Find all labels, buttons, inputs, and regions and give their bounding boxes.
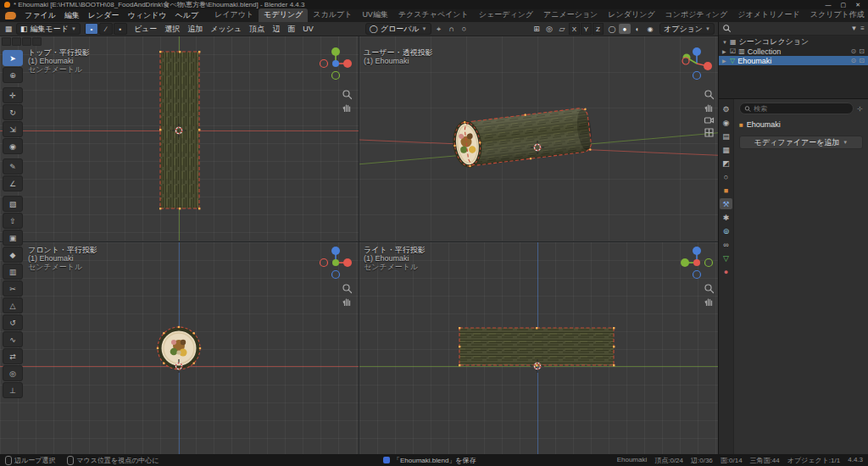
snap-magnet-icon[interactable]: ∩ xyxy=(446,24,458,34)
workspace-texture-paint[interactable]: テクスチャペイント xyxy=(393,8,474,22)
face-select-button[interactable]: ▪ xyxy=(114,23,127,35)
outliner-row-collection[interactable]: ▶ ☑ ▥ Collection ⊙ ⊡ xyxy=(719,47,868,56)
tab-scene[interactable]: ◩ xyxy=(720,158,732,169)
toggle-perspective-grid-icon[interactable] xyxy=(704,127,715,138)
transform-orientation-dropdown[interactable]: ◯ グローバル ▼ xyxy=(365,23,431,35)
show-gizmo-icon[interactable]: ⊞ xyxy=(531,24,542,34)
outliner-row-ehoumaki[interactable]: ▶ ▽ Ehoumaki ⊙ ⊡ xyxy=(719,56,868,65)
viewport-top[interactable]: トップ・平行投影 (1) Ehoumaki センチメートル xyxy=(0,36,359,241)
zoom-icon[interactable] xyxy=(342,283,353,294)
tab-view-layer[interactable]: ▦ xyxy=(720,144,732,155)
tab-object[interactable]: ■ xyxy=(720,185,732,196)
menu-select[interactable]: 選択 xyxy=(161,24,183,35)
filter-funnel-icon[interactable]: ▼ xyxy=(850,25,857,32)
viewport-front[interactable]: フロント・平行投影 (1) Ehoumaki センチメートル xyxy=(0,242,359,454)
tool-bevel[interactable]: ◆ xyxy=(3,247,23,263)
maximize-button[interactable]: ▢ xyxy=(841,2,847,8)
navigation-gizmo[interactable] xyxy=(678,244,715,281)
tool-tweak[interactable]: ➤ xyxy=(3,50,23,66)
menu-edit[interactable]: 編集 xyxy=(60,10,84,21)
tool-spin[interactable]: ↺ xyxy=(3,314,23,330)
minimize-button[interactable]: — xyxy=(826,2,832,8)
workspace-uv-editing[interactable]: UV編集 xyxy=(357,8,393,22)
tool-transform[interactable]: ◉ xyxy=(3,138,23,154)
tab-world[interactable]: ○ xyxy=(720,171,732,182)
edge-select-button[interactable]: ∕ xyxy=(99,23,113,35)
breadcrumb-object-name[interactable]: Ehoumaki xyxy=(747,120,781,129)
outliner-row-scene-collection[interactable]: ▼ ▦ シーンコレクション xyxy=(719,37,868,47)
navigation-gizmo[interactable] xyxy=(317,45,354,82)
shading-material-button[interactable]: ◐ xyxy=(632,24,643,34)
tool-cursor[interactable]: ⊕ xyxy=(3,67,23,83)
disable-in-render-camera-icon[interactable]: ⊡ xyxy=(859,47,865,55)
workspace-modeling[interactable]: モデリング xyxy=(259,8,308,22)
mode-dropdown[interactable]: ◧ 編集モード ▼ xyxy=(16,23,81,35)
add-modifier-button[interactable]: モディファイアーを追加 ▼ xyxy=(739,136,863,149)
menu-mesh[interactable]: メッシュ xyxy=(207,24,245,35)
workspace-sculpting[interactable]: スカルプト xyxy=(308,8,357,22)
menu-file[interactable]: ファイル xyxy=(20,10,60,21)
shading-solid-button[interactable]: ● xyxy=(619,24,631,34)
tool-rip-region[interactable]: ⊥ xyxy=(3,382,23,398)
tool-settings-icon[interactable] xyxy=(12,37,21,46)
menu-window[interactable]: ウィンドウ xyxy=(123,10,170,21)
tab-material[interactable]: ● xyxy=(720,266,732,277)
tool-settings-icon[interactable] xyxy=(22,37,31,46)
vertex-select-button[interactable]: • xyxy=(85,23,98,35)
workspace-rendering[interactable]: レンダリング xyxy=(603,8,659,22)
pan-hand-icon[interactable] xyxy=(704,296,715,307)
tab-output[interactable]: ▤ xyxy=(720,130,732,141)
tool-smooth[interactable]: ∿ xyxy=(3,331,23,347)
options-dropdown[interactable]: オプション ▼ xyxy=(659,23,715,35)
quad-view-horizontal-divider[interactable] xyxy=(0,241,718,242)
show-overlays-icon[interactable]: ◎ xyxy=(543,24,555,34)
disclosure-triangle-icon[interactable]: ▶ xyxy=(722,48,727,54)
tool-poly-build[interactable]: △ xyxy=(3,297,23,313)
pan-hand-icon[interactable] xyxy=(342,102,353,113)
disable-in-render-camera-icon[interactable]: ⊡ xyxy=(859,57,865,64)
quad-view-vertical-divider[interactable] xyxy=(359,36,359,454)
disclosure-triangle-icon[interactable]: ▼ xyxy=(722,40,727,45)
editor-type-icon[interactable]: ▦ xyxy=(3,24,14,34)
workspace-geometry-nodes[interactable]: ジオメトリノード xyxy=(732,8,804,22)
pan-hand-icon[interactable] xyxy=(342,296,353,307)
mirror-z-button[interactable]: Z xyxy=(593,23,604,35)
pin-icon[interactable]: ⊹ xyxy=(857,105,863,113)
workspace-scripting[interactable]: スクリプト作成 xyxy=(805,8,868,22)
tool-knife[interactable]: ✂ xyxy=(3,280,23,297)
disclosure-triangle-icon[interactable]: ▶ xyxy=(722,58,727,64)
search-icon[interactable] xyxy=(722,24,732,33)
viewport-user-perspective[interactable]: ユーザー・透視投影 (1) Ehoumaki xyxy=(359,36,718,241)
pan-hand-icon[interactable] xyxy=(704,102,715,113)
camera-view-icon[interactable] xyxy=(704,114,715,125)
toggle-xray-icon[interactable]: ▱ xyxy=(556,24,568,34)
tab-tool[interactable]: ⚙ xyxy=(720,103,732,114)
workspace-shading[interactable]: シェーディング xyxy=(474,8,538,22)
blender-logo-icon[interactable] xyxy=(5,12,16,19)
navigation-gizmo[interactable] xyxy=(317,244,354,281)
tool-inset-faces[interactable]: ▣ xyxy=(3,230,23,246)
tool-edge-slide[interactable]: ⇄ xyxy=(3,348,23,364)
tool-add-cube[interactable]: ▧ xyxy=(3,196,23,212)
properties-search-input[interactable] xyxy=(754,105,849,113)
hide-in-viewport-eye-icon[interactable]: ⊙ xyxy=(851,57,857,64)
outliner-options-icon[interactable]: ≡ xyxy=(860,25,865,32)
tab-modifiers[interactable]: ⚒ xyxy=(720,198,732,209)
tool-settings-icon[interactable] xyxy=(32,37,42,46)
navigation-gizmo[interactable] xyxy=(678,45,715,82)
close-button[interactable]: ✕ xyxy=(855,2,860,8)
menu-vertex[interactable]: 頂点 xyxy=(246,24,268,35)
workspace-compositing[interactable]: コンポジティング xyxy=(660,8,733,22)
viewport-right[interactable]: ライト・平行投影 (1) Ehoumaki センチメートル xyxy=(359,242,718,454)
menu-face[interactable]: 面 xyxy=(284,24,298,35)
pivot-point-icon[interactable]: ⌖ xyxy=(433,24,445,34)
tool-measure[interactable]: ∠ xyxy=(3,175,23,191)
properties-search-field[interactable] xyxy=(739,103,854,114)
menu-add[interactable]: 追加 xyxy=(184,24,206,35)
workspace-animation[interactable]: アニメーション xyxy=(538,8,603,22)
save-notification[interactable]: 「Ehoumaki.blend」を保存 xyxy=(383,456,476,465)
zoom-icon[interactable] xyxy=(704,89,715,100)
mirror-y-button[interactable]: Y xyxy=(581,23,592,35)
menu-view[interactable]: ビュー xyxy=(131,24,160,35)
shading-wireframe-button[interactable]: ◯ xyxy=(606,24,618,34)
